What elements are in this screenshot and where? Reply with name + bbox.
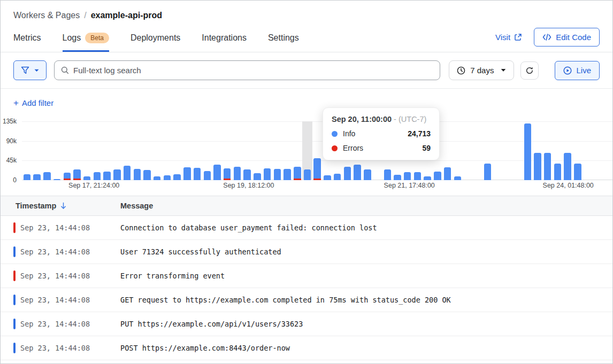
chart-bar[interactable] bbox=[243, 169, 250, 180]
chart-bar[interactable] bbox=[334, 174, 341, 180]
chart-bar[interactable] bbox=[24, 174, 30, 180]
bar-slot[interactable] bbox=[72, 121, 82, 180]
chart-bar[interactable] bbox=[154, 176, 160, 180]
bar-slot[interactable] bbox=[262, 121, 272, 180]
breadcrumb-workers-pages[interactable]: Workers & Pages bbox=[13, 11, 80, 20]
bar-slot[interactable] bbox=[563, 121, 573, 180]
bar-slot[interactable] bbox=[493, 121, 503, 180]
log-table-row[interactable]: Sep 23, 14:44:08GET request to https://e… bbox=[1, 288, 612, 312]
bar-slot[interactable] bbox=[162, 121, 172, 180]
chart-bar[interactable] bbox=[124, 166, 131, 180]
live-button[interactable]: Live bbox=[555, 61, 600, 80]
tab-settings[interactable]: Settings bbox=[268, 33, 299, 52]
chart-bar[interactable] bbox=[234, 167, 241, 180]
bar-slot[interactable] bbox=[553, 121, 563, 180]
bar-slot[interactable] bbox=[482, 121, 493, 180]
chart-bar[interactable] bbox=[283, 169, 290, 180]
bar-slot[interactable] bbox=[573, 121, 583, 180]
chart-bar[interactable] bbox=[534, 153, 541, 180]
bar-slot[interactable] bbox=[292, 121, 302, 180]
chart-bar[interactable] bbox=[213, 165, 220, 180]
bar-slot[interactable] bbox=[302, 121, 312, 180]
bar-slot[interactable] bbox=[252, 121, 263, 180]
tab-deployments[interactable]: Deployments bbox=[131, 33, 180, 52]
refresh-button[interactable] bbox=[520, 61, 539, 80]
log-table-row[interactable]: Sep 23, 14:44:08PUT https://example.com/… bbox=[1, 312, 612, 336]
chart-bar[interactable] bbox=[424, 176, 431, 180]
bar-slot[interactable] bbox=[523, 121, 533, 180]
chart-bar[interactable] bbox=[354, 165, 361, 180]
chart-bar[interactable] bbox=[294, 167, 301, 180]
chart-bar[interactable] bbox=[554, 164, 561, 180]
sort-descending-icon[interactable] bbox=[60, 202, 67, 210]
chart-bar[interactable] bbox=[444, 167, 451, 180]
bar-slot[interactable] bbox=[62, 121, 72, 180]
bar-slot[interactable] bbox=[272, 121, 282, 180]
chart-bar[interactable] bbox=[364, 169, 371, 180]
bar-slot[interactable] bbox=[182, 121, 193, 180]
bar-slot[interactable] bbox=[212, 121, 223, 180]
bar-slot[interactable] bbox=[202, 121, 212, 180]
add-filter-button[interactable]: + Add filter bbox=[13, 98, 53, 107]
chart-bar[interactable] bbox=[264, 168, 271, 180]
edit-code-button[interactable]: Edit Code bbox=[534, 28, 600, 47]
visit-link[interactable]: Visit bbox=[495, 33, 522, 42]
column-timestamp[interactable]: Timestamp bbox=[16, 202, 56, 210]
log-table-row[interactable]: Sep 23, 14:44:08Error transforming event bbox=[1, 264, 612, 288]
bar-slot[interactable] bbox=[603, 121, 613, 180]
bar-slot[interactable] bbox=[22, 121, 32, 180]
bar-slot[interactable] bbox=[533, 121, 543, 180]
bar-slot[interactable] bbox=[112, 121, 122, 180]
bar-slot[interactable] bbox=[312, 121, 323, 180]
bar-slot[interactable] bbox=[82, 121, 92, 180]
chart-bar[interactable] bbox=[274, 169, 281, 180]
bar-slot[interactable] bbox=[132, 121, 142, 180]
chart-bar[interactable] bbox=[313, 158, 320, 180]
chart-bar[interactable] bbox=[183, 167, 190, 180]
log-table-row[interactable]: Sep 23, 14:44:08POST https://example.com… bbox=[1, 336, 612, 360]
chart-bar[interactable] bbox=[414, 172, 421, 180]
chart-bar[interactable] bbox=[204, 171, 211, 180]
bar-slot[interactable] bbox=[222, 121, 232, 180]
bar-slot[interactable] bbox=[32, 121, 42, 180]
bar-slot[interactable] bbox=[152, 121, 162, 180]
bar-slot[interactable] bbox=[512, 121, 523, 180]
log-table-row[interactable]: Sep 23, 14:44:08User 71324 successfully … bbox=[1, 240, 612, 264]
chart-bar[interactable] bbox=[134, 169, 141, 180]
bar-slot[interactable] bbox=[442, 121, 453, 180]
chart-bar[interactable] bbox=[73, 169, 80, 180]
bar-slot[interactable] bbox=[242, 121, 252, 180]
bar-slot[interactable] bbox=[42, 121, 52, 180]
chart-bar[interactable] bbox=[484, 164, 491, 180]
chart-bar[interactable] bbox=[173, 174, 180, 180]
chart-bar[interactable] bbox=[83, 176, 90, 180]
bar-slot[interactable] bbox=[463, 121, 473, 180]
chart-bar[interactable] bbox=[224, 168, 231, 180]
filter-dropdown-button[interactable] bbox=[13, 60, 47, 80]
chart-bar[interactable] bbox=[544, 153, 551, 180]
search-input[interactable] bbox=[73, 66, 433, 75]
chart-bar[interactable] bbox=[344, 167, 351, 180]
chart-bar[interactable] bbox=[304, 169, 311, 180]
chart-bar[interactable] bbox=[33, 174, 40, 180]
bar-slot[interactable] bbox=[52, 121, 62, 180]
bar-slot[interactable] bbox=[192, 121, 202, 180]
log-table-row[interactable]: Sep 23, 14:44:08Connection to database u… bbox=[1, 216, 612, 240]
bar-slot[interactable] bbox=[453, 121, 463, 180]
chart-bar[interactable] bbox=[384, 169, 391, 180]
chart-bar[interactable] bbox=[434, 172, 441, 180]
tab-metrics[interactable]: Metrics bbox=[13, 33, 41, 52]
bar-slot[interactable] bbox=[542, 121, 553, 180]
chart-bar[interactable] bbox=[113, 169, 120, 180]
tab-logs[interactable]: Logs Beta bbox=[63, 33, 109, 52]
bar-slot[interactable] bbox=[583, 121, 593, 180]
chart-bar[interactable] bbox=[394, 175, 401, 180]
chart-bar[interactable] bbox=[64, 173, 71, 180]
bar-slot[interactable] bbox=[142, 121, 152, 180]
chart-bar[interactable] bbox=[254, 173, 260, 180]
time-range-dropdown[interactable]: 7 days bbox=[449, 60, 514, 80]
bar-slot[interactable] bbox=[122, 121, 132, 180]
chart-bar[interactable] bbox=[324, 175, 331, 180]
bar-slot[interactable] bbox=[472, 121, 482, 180]
chart-bar[interactable] bbox=[143, 170, 150, 180]
